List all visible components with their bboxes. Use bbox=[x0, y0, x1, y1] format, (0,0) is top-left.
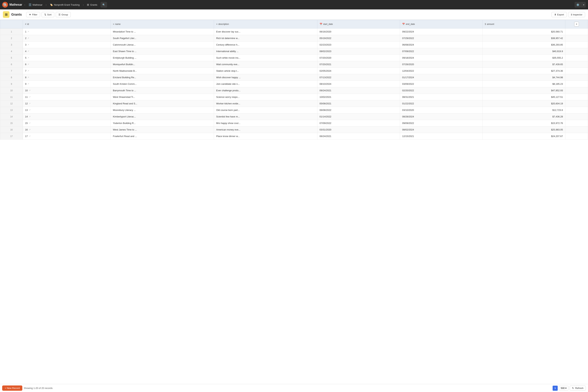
expand-row-icon[interactable]: ↗ bbox=[29, 122, 30, 124]
start-date-cell[interactable]: 08/02/2023 bbox=[317, 48, 400, 55]
amount-cell[interactable]: $20,604.19 bbox=[482, 100, 565, 107]
name-cell[interactable]: South Paigefort Liter... bbox=[111, 35, 214, 42]
name-cell[interactable]: Yoderton Building R... bbox=[111, 120, 214, 126]
start-date-cell[interactable]: 06/24/2021 bbox=[317, 133, 400, 140]
start-date-cell[interactable]: 07/20/2020 bbox=[317, 55, 400, 61]
amount-cell[interactable]: $24,207.67 bbox=[482, 133, 565, 140]
expand-row-icon[interactable]: ↗ bbox=[28, 56, 29, 59]
settings-caret-button[interactable]: ▾ bbox=[582, 2, 586, 8]
add-column-button[interactable]: + bbox=[574, 22, 579, 26]
nav-item-grants[interactable]: ⊞ Grants bbox=[85, 2, 99, 7]
table-row[interactable]: 14 14 ↗ Kimberlyport Literac... Scientis… bbox=[0, 114, 588, 120]
start-date-cell[interactable]: 10/02/2021 bbox=[317, 94, 400, 100]
end-date-cell[interactable]: 07/09/2022 bbox=[400, 48, 482, 55]
table-row[interactable]: 15 15 ↗ Yoderton Building R... Mrs happy… bbox=[0, 120, 588, 126]
description-cell[interactable]: Century difference h... bbox=[214, 42, 317, 48]
id-cell[interactable]: 10 ↗ bbox=[23, 87, 111, 94]
start-date-cell[interactable]: 07/20/2021 bbox=[317, 61, 400, 68]
col-header-end-date[interactable]: 📅 end_date bbox=[400, 20, 482, 28]
col-header-amount[interactable]: $ amount bbox=[482, 20, 565, 28]
table-row[interactable]: 2 2 ↗ South Paigefort Liter... Rich lot … bbox=[0, 35, 588, 42]
table-row[interactable]: 17 17 ↗ Fowlerfurt Read and ... Place kn… bbox=[0, 133, 588, 140]
expand-row-icon[interactable]: ↗ bbox=[28, 44, 29, 46]
amount-cell[interactable]: $8,185.23 bbox=[482, 81, 565, 87]
description-cell[interactable]: Ever challenge produ... bbox=[214, 87, 317, 94]
page-number-badge[interactable]: 1 bbox=[552, 386, 558, 391]
new-record-button[interactable]: + New Record bbox=[2, 386, 22, 391]
expand-row-icon[interactable]: ↗ bbox=[29, 102, 30, 105]
end-date-cell[interactable]: 06/08/2024 bbox=[400, 42, 482, 48]
description-cell[interactable]: Old course born part... bbox=[214, 107, 317, 114]
id-cell[interactable]: 16 ↗ bbox=[23, 126, 111, 133]
end-date-cell[interactable]: 03/09/2022 bbox=[400, 81, 482, 87]
name-cell[interactable]: Fowlerfurt Read and ... bbox=[111, 133, 214, 140]
expand-row-icon[interactable]: ↗ bbox=[28, 76, 29, 78]
end-date-cell[interactable]: 09/18/2024 bbox=[400, 55, 482, 61]
expand-row-icon[interactable]: ↗ bbox=[29, 96, 30, 98]
expand-row-icon[interactable]: ↗ bbox=[29, 116, 30, 118]
name-cell[interactable]: Ericland Building Re... bbox=[111, 74, 214, 81]
description-cell[interactable]: Such white movie ins... bbox=[214, 55, 317, 61]
start-date-cell[interactable]: 05/19/2022 bbox=[317, 35, 400, 42]
name-cell[interactable]: Calvinmouth Literac... bbox=[111, 42, 214, 48]
name-cell[interactable]: East Shawn Time to ... bbox=[111, 48, 214, 55]
end-date-cell[interactable]: 09/22/2024 bbox=[400, 28, 482, 35]
amount-cell[interactable]: $27,374.36 bbox=[482, 68, 565, 74]
amount-cell[interactable]: $7,436.28 bbox=[482, 114, 565, 120]
group-button[interactable]: ☰ Group bbox=[56, 12, 71, 17]
description-cell[interactable]: Join candidate site n... bbox=[214, 81, 317, 87]
end-date-cell[interactable]: 08/02/2024 bbox=[400, 126, 482, 133]
end-date-cell[interactable]: 08/31/2021 bbox=[400, 94, 482, 100]
amount-cell[interactable]: $7,439.65 bbox=[482, 61, 565, 68]
amount-cell[interactable]: $45,127.51 bbox=[482, 94, 565, 100]
end-date-cell[interactable]: 02/20/2022 bbox=[400, 87, 482, 94]
table-row[interactable]: 16 16 ↗ West James Time to ... American … bbox=[0, 126, 588, 133]
end-date-cell[interactable]: 09/09/2022 bbox=[400, 120, 482, 126]
filter-button[interactable]: ▼ Filter bbox=[26, 12, 40, 17]
table-row[interactable]: 3 3 ↗ Calvinmouth Literac... Century dif… bbox=[0, 42, 588, 48]
amount-cell[interactable]: $47,852.93 bbox=[482, 87, 565, 94]
start-date-cell[interactable]: 07/13/2022 bbox=[317, 74, 400, 81]
start-date-cell[interactable]: 05/08/2021 bbox=[317, 100, 400, 107]
start-date-cell[interactable]: 07/09/2022 bbox=[317, 120, 400, 126]
nav-item-mathesar[interactable]: 🗄️ Mathesar bbox=[27, 2, 44, 7]
name-cell[interactable]: Moorebury Literacy ... bbox=[111, 107, 214, 114]
app-logo[interactable]: 🐘 Mathesar bbox=[2, 2, 22, 8]
description-cell[interactable]: Wait community eve... bbox=[214, 61, 317, 68]
end-date-cell[interactable]: 07/26/2020 bbox=[400, 61, 482, 68]
id-cell[interactable]: 2 ↗ bbox=[23, 35, 111, 42]
description-cell[interactable]: International ability ... bbox=[214, 48, 317, 55]
inspector-button[interactable]: ℹ Inspector bbox=[568, 12, 585, 17]
table-row[interactable]: 10 10 ↗ Barrymouth Time to ... Ever chal… bbox=[0, 87, 588, 94]
table-row[interactable]: 4 4 ↗ East Shawn Time to ... Internation… bbox=[0, 48, 588, 55]
id-cell[interactable]: 5 ↗ bbox=[23, 55, 111, 61]
start-date-cell[interactable]: 09/24/2021 bbox=[317, 87, 400, 94]
amount-cell[interactable]: $12,723.6 bbox=[482, 107, 565, 114]
name-cell[interactable]: Mirandafurt Time to ... bbox=[111, 28, 214, 35]
table-row[interactable]: 6 6 ↗ Moniquefurt Buildin... Wait commun… bbox=[0, 61, 588, 68]
start-date-cell[interactable]: 06/16/2020 bbox=[317, 28, 400, 35]
table-row[interactable]: 1 1 ↗ Mirandafurt Time to ... Ever disco… bbox=[0, 28, 588, 35]
expand-row-icon[interactable]: ↗ bbox=[29, 128, 30, 131]
description-cell[interactable]: Ever discover lay suc... bbox=[214, 28, 317, 35]
name-cell[interactable]: North Madisonside B... bbox=[111, 68, 214, 74]
id-cell[interactable]: 14 ↗ bbox=[23, 114, 111, 120]
expand-row-icon[interactable]: ↗ bbox=[28, 83, 29, 85]
id-cell[interactable]: 3 ↗ bbox=[23, 42, 111, 48]
id-cell[interactable]: 15 ↗ bbox=[23, 120, 111, 126]
expand-row-icon[interactable]: ↗ bbox=[28, 37, 29, 40]
table-row[interactable]: 5 5 ↗ Emilyburgh Building ... Such white… bbox=[0, 55, 588, 61]
nav-search-button[interactable]: 🔍 bbox=[100, 2, 107, 8]
end-date-cell[interactable]: 08/28/2024 bbox=[400, 114, 482, 120]
name-cell[interactable]: South Kristen Comm... bbox=[111, 81, 214, 87]
description-cell[interactable]: Scientist few have m... bbox=[214, 114, 317, 120]
start-date-cell[interactable]: 02/05/2024 bbox=[317, 68, 400, 74]
expand-row-icon[interactable]: ↗ bbox=[28, 63, 29, 66]
amount-cell[interactable]: $40,919.9 bbox=[482, 48, 565, 55]
amount-cell[interactable]: $15,972.76 bbox=[482, 120, 565, 126]
description-cell[interactable]: American money eve... bbox=[214, 126, 317, 133]
amount-cell[interactable]: $25,983.05 bbox=[482, 126, 565, 133]
description-cell[interactable]: Place know dinner w... bbox=[214, 133, 317, 140]
id-cell[interactable]: 9 ↗ bbox=[23, 81, 111, 87]
description-cell[interactable]: Station article stop t... bbox=[214, 68, 317, 74]
